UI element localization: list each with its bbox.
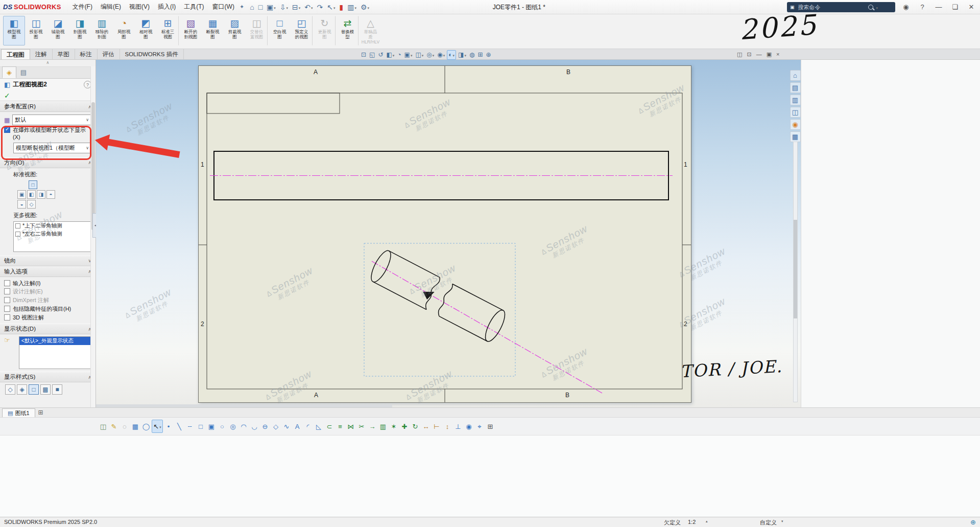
toolbar-button-ellipse[interactable]: ⊖	[260, 420, 270, 432]
task-pane-appearances[interactable]: ◉	[790, 119, 801, 130]
ribbon-button-crop-view[interactable]: ▨ 剪裁视 图	[224, 16, 246, 45]
ribbon-button-projected-view[interactable]: ◫ 投影视 图	[25, 16, 47, 45]
hud-button-dynamic-annotation[interactable]: ◔	[396, 51, 402, 59]
custom-caret-icon[interactable]: ▾	[781, 519, 783, 523]
toolbar-button-tangent-arc[interactable]: ◡	[249, 420, 259, 432]
globe-icon[interactable]: ⊕	[970, 518, 976, 526]
hud-button-view-settings[interactable]: ◨	[457, 51, 467, 59]
doc-control-full-screen[interactable]: ⊡	[747, 50, 751, 58]
toolbar-button-centerline[interactable]: ╌	[185, 420, 195, 432]
close-icon[interactable]: ✕	[966, 3, 977, 11]
section-header-import-options[interactable]: 输入选项 ∧	[0, 266, 95, 277]
qat-button-select-cursor[interactable]: ↖	[325, 2, 337, 13]
checkbox-unchecked[interactable]	[15, 223, 20, 228]
vertical-scrollbar[interactable]	[793, 142, 798, 402]
display-style-hidden-lines-visible[interactable]: ◈	[17, 384, 27, 395]
checkbox-checked[interactable]	[4, 127, 10, 133]
pin-icon[interactable]: ✦	[240, 4, 244, 10]
toolbar-button-sketch-chamfer[interactable]: ◺	[314, 420, 324, 432]
task-pane-home[interactable]: ⌂	[790, 70, 801, 81]
display-style-hidden-lines-removed[interactable]: □	[29, 384, 39, 395]
ribbon-button-draft-quality[interactable]: △ 草稿品 质 HLR/HLV	[360, 16, 381, 46]
toolbar-button-vertical-dimension[interactable]: ↕	[442, 420, 452, 432]
checkbox-unchecked[interactable]	[15, 232, 20, 237]
toolbar-button-revision-cloud[interactable]: ◌	[119, 420, 130, 432]
qat-button-undo[interactable]: ↶	[303, 2, 314, 13]
toolbar-button-extend-entities[interactable]: →	[367, 420, 377, 432]
display-style-shaded[interactable]: ■	[52, 384, 62, 395]
minimize-icon[interactable]: —	[933, 3, 944, 11]
toolbar-button-sketch-text[interactable]: A	[292, 420, 302, 432]
import-option-import-annotations[interactable]: 输入注解(I)	[4, 280, 91, 287]
help-icon[interactable]: ?	[917, 3, 928, 11]
hud-button-previous-view[interactable]: ↺	[377, 51, 384, 59]
ribbon-button-update-view[interactable]: ↻ 更新视 图	[314, 16, 336, 45]
toolbar-button-note[interactable]: ✎	[109, 420, 119, 432]
show-in-exploded-state-checkbox-row[interactable]: 在爆炸或模型断开状态下显示(X)	[4, 127, 91, 141]
qat-button-home[interactable]: ⌂	[248, 2, 255, 13]
checkbox-unchecked[interactable]	[4, 280, 10, 286]
standard-view-front-view[interactable]: □	[29, 180, 37, 189]
qat-button-save[interactable]: ⇩	[278, 2, 290, 13]
search-input[interactable]	[797, 4, 866, 11]
ribbon-button-empty-view[interactable]: □ 空白视 图	[269, 16, 291, 45]
ribbon-button-broken-out-section[interactable]: ▧ 断开的 剖视图	[180, 16, 202, 45]
qat-button-open-document[interactable]: ▣	[265, 2, 277, 13]
tab-drawing[interactable]: 工程图	[1, 49, 30, 59]
search-caret-icon[interactable]	[876, 4, 878, 11]
more-view-item[interactable]: *左右二等角轴测	[14, 230, 91, 238]
menu-item[interactable]: 文件(F)	[68, 1, 97, 13]
doc-control-minimize-doc[interactable]: —	[756, 50, 762, 58]
ribbon-button-section-view[interactable]: ◨ 剖面视 图	[69, 16, 91, 45]
search-icon[interactable]	[868, 5, 873, 10]
configuration-select[interactable]: 默认 ∨	[12, 114, 91, 125]
task-pane-design-library[interactable]: ▤	[790, 82, 801, 93]
sheet-scale[interactable]: 1:2	[688, 519, 696, 525]
toolbar-button-select-cursor[interactable]: ↖	[152, 420, 163, 433]
menu-item[interactable]: 视图(V)	[125, 1, 154, 13]
tab-addins[interactable]: SOLIDWORKS 插件	[120, 49, 184, 59]
toolbar-button-circular-pattern[interactable]: ✶	[389, 420, 399, 432]
toolbar-button-horizontal-dimension[interactable]: ⊢	[432, 420, 442, 432]
toolbar-button-mirror-entities[interactable]: ⋈	[346, 420, 356, 432]
toolbar-button-center-rectangle[interactable]: ▣	[206, 420, 217, 432]
ribbon-button-break-view[interactable]: ▦ 断裂视 图	[202, 16, 224, 45]
hud-button-pan[interactable]: ⊕	[485, 51, 492, 59]
drawing-sheet[interactable]: A B A B 1 2 1 2	[198, 65, 691, 403]
toolbar-button-circle[interactable]: ○	[217, 420, 227, 432]
account-icon[interactable]: ◉	[900, 3, 912, 11]
display-state-item-default-display-state[interactable]: <默认>_外观显示状态	[19, 337, 91, 345]
task-pane-custom-properties[interactable]: ▦	[790, 131, 801, 142]
toolbar-button-quick-snaps[interactable]: ⌖	[474, 420, 485, 432]
import-option-dimxpert-annotations[interactable]: DimXpert 注解	[4, 297, 91, 304]
ribbon-button-model-view[interactable]: ◧ 模型视 图	[3, 16, 25, 45]
more-view-item[interactable]: *上下二等角轴测	[14, 222, 91, 230]
ok-check-button[interactable]: ✓	[4, 91, 10, 100]
hud-button-zoom-fit[interactable]: ⊡	[360, 51, 367, 59]
ribbon-button-detail-view[interactable]: ◔ 局部视 图	[113, 16, 135, 45]
toolbar-button-smart-dimension[interactable]: ↔	[421, 420, 431, 432]
toolbar-button-polygon[interactable]: ◇	[271, 420, 281, 432]
task-pane-file-explorer[interactable]: ▥	[790, 95, 801, 105]
section-header-mirror[interactable]: 镜向 ∨	[0, 256, 95, 266]
standard-view-top-view[interactable]: ◓	[46, 190, 55, 199]
qat-button-settings-gear[interactable]: ⚙	[359, 2, 371, 13]
qat-button-print[interactable]: ⊟	[291, 2, 302, 13]
hud-button-hide-show-items[interactable]: ◎	[425, 51, 435, 59]
graphics-area[interactable]: A B A B 1 2 1 2 ⌂▤▥◫◉▦	[96, 60, 801, 407]
sheet-tab-active[interactable]: ▤ 图纸1	[2, 408, 35, 417]
standard-view-back-view[interactable]: ▣	[17, 190, 26, 199]
ribbon-button-auxiliary-view[interactable]: ◪ 辅助视 图	[47, 16, 69, 45]
display-style-shaded-with-edges[interactable]: ▩	[40, 384, 51, 395]
section-header-display-state[interactable]: 显示状态(D) ∧	[0, 324, 95, 334]
ribbon-button-standard-3-view[interactable]: ⊞ 标准三 视图	[157, 16, 179, 45]
ribbon-button-predefined-view[interactable]: ◰ 预定义 的视图	[291, 16, 313, 45]
more-views-listbox[interactable]: *上下二等角轴测 *左右二等角轴测	[13, 221, 91, 252]
toolbar-button-display-relations[interactable]: ◉	[464, 420, 474, 432]
panel-splitter[interactable]: ∧	[0, 60, 95, 67]
tab-sketch[interactable]: 草图	[53, 49, 75, 59]
panel-scrollbar-thumb[interactable]	[91, 102, 95, 230]
toolbar-button-move-entities[interactable]: ✚	[399, 420, 410, 432]
doc-control-restore-doc[interactable]: ▣	[767, 50, 772, 58]
menu-item[interactable]: 窗口(W)	[208, 1, 238, 13]
